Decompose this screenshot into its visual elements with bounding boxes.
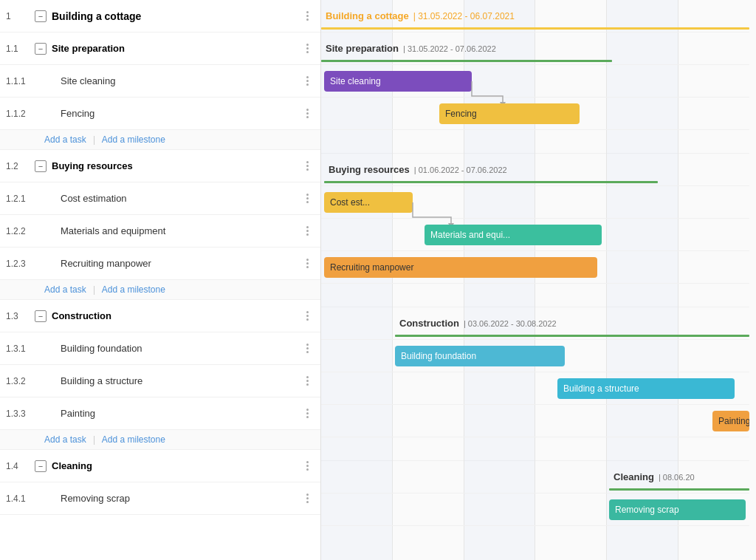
gantt-chart: Building a cottage | 31.05.2022 - 06.07.… [321,0,756,560]
collapse-icon-1-2[interactable]: − [32,160,49,172]
add-task-1-3[interactable]: Add a task [44,434,86,445]
row-menu-1-2-1[interactable] [300,194,315,203]
row-num-1-3: 1.3 [6,311,32,321]
bar-materials[interactable]: Materials and equi... [425,225,602,245]
row-menu-1-4[interactable] [300,461,315,471]
row-num-1-4-1: 1.4.1 [6,494,32,504]
row-label-1-4: Cleaning [49,460,300,471]
row-label-1-2-1: Cost estimation [49,193,300,204]
row-1-2-1: 1.2.1 Cost estimation [0,182,320,215]
gantt-add-row-1-1 [321,130,749,154]
gantt-label-1-1: Site preparation | 31.05.2022 - 07.06.20… [326,43,496,54]
add-row-1-1: Add a task | Add a milestone [0,130,320,150]
row-menu-1-2-2[interactable] [300,226,315,236]
row-num-1-2-2: 1.2.2 [6,226,32,236]
bar-building-foundation[interactable]: Building foundation [395,346,565,366]
row-label-1-3-3: Painting [49,408,300,419]
row-num-1-3-2: 1.3.2 [6,376,32,386]
row-num-1-1: 1.1 [6,44,32,54]
row-num-1-1-1: 1.1.1 [6,76,32,86]
row-1-4-1: 1.4.1 Removing scrap [0,482,320,515]
row-label-1-3: Construction [49,310,300,321]
row-1-2-3: 1.2.3 Recruiting manpower [0,247,320,280]
sep-1-3: | [93,434,95,445]
add-row-1-2: Add a task | Add a milestone [0,280,320,300]
add-task-1-1[interactable]: Add a task [44,134,86,145]
summary-bar-1-3 [395,335,749,337]
row-label-1-2: Buying resources [49,160,300,171]
row-menu-1[interactable] [300,11,315,21]
row-menu-1-1[interactable] [300,44,315,53]
row-label-1-2-3: Recruiting manpower [49,258,300,269]
row-1-2: 1.2 − Buying resources [0,150,320,182]
row-label-1: Building a cottage [49,10,300,22]
row-menu-1-4-1[interactable] [300,494,315,503]
summary-bar-1-2 [324,181,658,183]
gantt-row-1-2-3: Recruiting manpower [321,251,749,284]
row-menu-1-3-1[interactable] [300,344,315,353]
bar-cost-est[interactable]: Cost est... [324,192,413,213]
row-1-1-2: 1.1.2 Fencing [0,98,320,130]
collapse-icon-1-4[interactable]: − [32,460,49,472]
row-menu-1-2[interactable] [300,161,315,171]
row-num-1-1-2: 1.1.2 [6,109,32,119]
gantt-row-1-1: Site preparation | 31.05.2022 - 07.06.20… [321,33,749,65]
row-label-1-3-1: Building foundation [49,343,300,354]
row-1-2-2: 1.2.2 Materials and equipment [0,215,320,247]
add-row-1-3: Add a task | Add a milestone [0,430,320,450]
row-num-1-3-3: 1.3.3 [6,409,32,419]
row-1-1-1: 1.1.1 Site cleaning [0,65,320,98]
gantt-row-1-4: Cleaning | 08.06.20 [321,461,749,494]
row-num-1: 1 [6,11,32,21]
row-menu-1-2-3[interactable] [300,259,315,268]
bar-fencing[interactable]: Fencing [439,103,580,124]
sep-1-2: | [93,284,95,295]
row-menu-1-1-1[interactable] [300,76,315,86]
gantt-row-1: Building a cottage | 31.05.2022 - 06.07.… [321,0,749,33]
row-num-1-3-1: 1.3.1 [6,344,32,354]
bar-recruiting[interactable]: Recruiting manpower [324,257,597,278]
row-num-1-2: 1.2 [6,161,32,171]
bar-site-cleaning[interactable]: Site cleaning [324,71,472,92]
collapse-icon-1[interactable]: − [32,10,49,22]
collapse-icon-1-1[interactable]: − [32,43,49,55]
gantt-row-1-3: Construction | 03.06.2022 - 30.08.2022 [321,307,749,340]
summary-bar-1-1 [321,60,612,62]
bar-removing-scrap[interactable]: Removing scrap [609,499,746,520]
add-task-1-2[interactable]: Add a task [44,284,86,295]
row-menu-1-3-3[interactable] [300,409,315,418]
row-menu-1-3[interactable] [300,311,315,321]
gantt-row-1-2: Buying resources | 01.06.2022 - 07.06.20… [321,154,749,186]
row-label-1-4-1: Removing scrap [49,493,300,504]
add-milestone-1-2[interactable]: Add a milestone [102,284,165,295]
row-1-3-2: 1.3.2 Building a structure [0,365,320,397]
gantt-add-row-1-2 [321,284,749,307]
row-num-1-4: 1.4 [6,461,32,471]
collapse-icon-1-3[interactable]: − [32,310,49,322]
row-1-4: 1.4 − Cleaning [0,450,320,482]
gantt-label-1-2: Buying resources | 01.06.2022 - 07.06.20… [329,164,507,175]
summary-bar-1-4 [609,488,749,491]
gantt-row-1-3-2: Building a structure [321,372,749,405]
add-milestone-1-3[interactable]: Add a milestone [102,434,165,445]
row-menu-1-1-2[interactable] [300,109,315,118]
add-milestone-1-1[interactable]: Add a milestone [102,134,165,145]
row-1-3: 1.3 − Construction [0,300,320,332]
gantt-row-1-4-1: Removing scrap [321,494,749,526]
row-label-1-1-1: Site cleaning [49,75,300,86]
bar-painting[interactable]: Painting [712,411,749,431]
gantt-label-1-4: Cleaning | 08.06.20 [614,471,695,482]
row-num-1-2-1: 1.2.1 [6,194,32,204]
row-menu-1-3-2[interactable] [300,376,315,386]
gantt-label-1: Building a cottage | 31.05.2022 - 06.07.… [326,10,515,21]
bar-building-structure[interactable]: Building a structure [557,378,735,399]
row-1: 1 − Building a cottage [0,0,320,33]
gantt-row-1-2-2: Materials and equi... [321,219,749,251]
row-label-1-1-2: Fencing [49,108,300,119]
gantt-add-row-1-3 [321,437,749,461]
row-label-1-1: Site preparation [49,43,300,54]
summary-bar-1 [321,27,749,30]
sep-1-1: | [93,134,95,145]
task-list: 1 − Building a cottage 1.1 − Site prepar… [0,0,321,560]
gantt-row-1-1-2: Fencing [321,98,749,130]
